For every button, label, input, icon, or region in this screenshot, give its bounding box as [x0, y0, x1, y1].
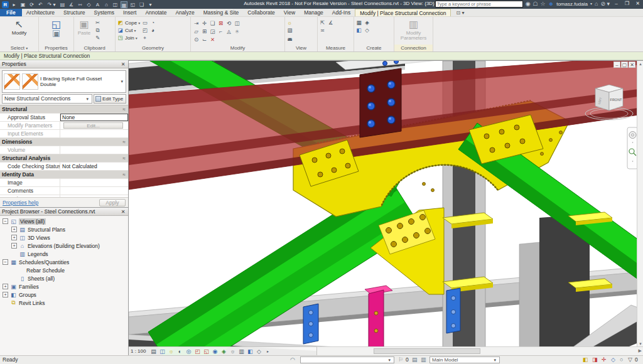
- row-input-elements[interactable]: Input Elements: [0, 130, 128, 138]
- row-comments[interactable]: Comments: [0, 187, 128, 195]
- design-options-select[interactable]: Main Model▾: [430, 356, 500, 363]
- tab-add-ins[interactable]: Add-Ins: [328, 9, 355, 16]
- edit-parameters-button[interactable]: Edit...: [63, 122, 123, 129]
- temporary-view-properties-icon[interactable]: ▥: [237, 348, 245, 355]
- user-dropdown-caret[interactable]: ▾: [590, 1, 592, 8]
- tab-insert[interactable]: Insert: [119, 9, 141, 16]
- instance-selector[interactable]: New Structural Connections ▾: [2, 94, 92, 104]
- tab-annotate[interactable]: Annotate: [141, 9, 171, 16]
- crop-view-icon[interactable]: ◰: [193, 348, 201, 355]
- properties-close-icon[interactable]: ✕: [120, 62, 126, 67]
- tree-item-legends[interactable]: ▥Legends: [3, 250, 128, 258]
- mirror-icon[interactable]: ◫: [233, 19, 241, 28]
- tree-item-3d-views[interactable]: +◫3D Views: [3, 233, 128, 242]
- panel-label-connection[interactable]: Connection: [394, 45, 433, 51]
- modify-parameters-button[interactable]: ▥ Modify Parameters: [399, 18, 428, 41]
- editable-only-icon[interactable]: ⚐: [398, 356, 403, 363]
- minimize-button[interactable]: –: [612, 1, 620, 8]
- blue-end-plate-left[interactable]: [303, 304, 318, 344]
- measure-between-icon[interactable]: ⇱: [319, 19, 326, 26]
- background-processes-icon[interactable]: ✛: [602, 356, 607, 363]
- user-name[interactable]: tomasz.fudala: [556, 1, 588, 8]
- offset-icon[interactable]: ▱: [192, 28, 200, 36]
- split-face-icon[interactable]: ◔: [149, 19, 156, 26]
- tab-modify-place-structural-connection[interactable]: Modify | Place Structural Connection: [355, 9, 451, 16]
- tree-item-schedules[interactable]: −▦Schedules/Quantities: [3, 258, 128, 266]
- move-icon[interactable]: ✛: [200, 19, 208, 28]
- scale-control[interactable]: 1 : 100: [131, 348, 146, 354]
- row-approval-status[interactable]: Approval StatusNone: [0, 114, 128, 122]
- row-volume[interactable]: Volume: [0, 146, 128, 154]
- rendering-icon[interactable]: ◎: [185, 348, 192, 355]
- help-icon[interactable]: ⊘ ▾: [600, 1, 610, 8]
- drawing-area[interactable]: FRONT LEFT – ▢ ✕ ▲ ▼: [129, 60, 643, 355]
- horizontal-scrollbar[interactable]: ▶: [317, 346, 643, 355]
- print-icon[interactable]: ▤: [59, 1, 66, 8]
- design-options-icon[interactable]: ▤: [412, 356, 418, 363]
- panel-label-select[interactable]: Select ▾: [0, 45, 38, 51]
- properties-help-link[interactable]: Properties help: [3, 200, 38, 206]
- analytical-model-icon[interactable]: ◧: [246, 348, 254, 355]
- undo-icon[interactable]: ↶ ▾: [37, 1, 44, 8]
- tree-item-structural-plans[interactable]: +▤Structural Plans: [3, 225, 128, 233]
- type-properties-icon[interactable]: ▦: [53, 30, 60, 37]
- tree-item-views[interactable]: −◱Views (all): [3, 217, 128, 225]
- vertical-scrollbar[interactable]: ▲ ▼: [637, 61, 643, 347]
- match-type-icon[interactable]: ✎: [94, 35, 101, 41]
- shadows-icon[interactable]: ◐: [176, 348, 183, 355]
- favorites-star-icon[interactable]: ☆: [541, 1, 546, 8]
- sun-path-icon[interactable]: ☼: [167, 348, 175, 355]
- create-parts-icon[interactable]: ◇: [364, 27, 370, 34]
- create-similar-icon[interactable]: ◈: [364, 19, 370, 26]
- section-identity-data[interactable]: Identity Data≈: [0, 171, 128, 179]
- close-button[interactable]: ✕: [634, 1, 642, 8]
- displacement-sets-icon[interactable]: ◇: [255, 348, 262, 355]
- tag-icon[interactable]: ◇: [85, 1, 92, 8]
- exclude-options-icon[interactable]: ◧: [583, 356, 588, 363]
- copy-icon[interactable]: ❏: [208, 19, 217, 28]
- section-icon[interactable]: ◫: [112, 1, 119, 8]
- measure-icon[interactable]: ∡: [68, 1, 75, 8]
- linework-icon[interactable]: ◛: [286, 35, 293, 41]
- demolish-icon[interactable]: ⌖: [141, 35, 148, 41]
- project-browser-close-icon[interactable]: ✕: [120, 209, 126, 215]
- panel-label-modify[interactable]: Modify: [191, 45, 284, 51]
- select-pinned-icon[interactable]: ○: [620, 356, 623, 363]
- delete-icon-top[interactable]: ⊠: [217, 19, 225, 28]
- project-browser-header[interactable]: Project Browser - Steel Connections.rvt …: [0, 208, 128, 216]
- design-options-icon-2[interactable]: ▥: [421, 356, 426, 363]
- paint-icon[interactable]: ◕: [149, 27, 156, 34]
- modify-panel-toggle-icon[interactable]: ⊡ ▾: [453, 9, 467, 16]
- panel-label-geometry[interactable]: Geometry: [116, 45, 190, 51]
- close-hidden-icon[interactable]: ◱: [129, 1, 136, 8]
- select-links-icon[interactable]: ◇: [611, 356, 615, 363]
- search-input[interactable]: [435, 1, 523, 8]
- thin-lines-icon[interactable]: ▦: [121, 1, 127, 8]
- modify-tool-button[interactable]: ↖ Modify: [6, 18, 33, 36]
- delete-icon[interactable]: ✕: [208, 36, 217, 44]
- override-graphics-icon[interactable]: ▨: [286, 27, 293, 34]
- tree-item-elevations[interactable]: +⌂Elevations (Building Elevation): [3, 242, 128, 250]
- split-icon[interactable]: ◬: [225, 28, 233, 36]
- unpin-icon[interactable]: ⊙: [192, 36, 200, 44]
- join-geometry-button[interactable]: ◳Join▾: [117, 35, 140, 41]
- paste-button[interactable]: ▣ Paste: [75, 18, 93, 36]
- blue-plate-on-column[interactable]: [446, 288, 460, 333]
- copy-to-clipboard-icon[interactable]: ⧉: [94, 27, 101, 34]
- view-minimize-button[interactable]: –: [613, 62, 620, 68]
- worksharing-icon[interactable]: ◠: [290, 356, 295, 363]
- tab-architecture[interactable]: Architecture: [22, 9, 59, 16]
- switch-windows-icon[interactable]: ❏ ▾: [138, 1, 145, 8]
- active-workset-select[interactable]: ▾: [300, 356, 394, 363]
- scroll-up-arrow[interactable]: ▲: [637, 61, 643, 67]
- panel-label-properties[interactable]: Properties: [39, 45, 73, 51]
- revit-logo-icon[interactable]: R: [2, 1, 9, 8]
- redo-icon[interactable]: ↷ ▾: [46, 1, 57, 8]
- save-icon[interactable]: ▣: [19, 1, 26, 8]
- array-icon[interactable]: ⊞: [200, 28, 208, 36]
- type-selector-caret[interactable]: ▾: [121, 79, 124, 84]
- filter-icon[interactable]: ▽: [628, 356, 632, 363]
- row-image[interactable]: Image: [0, 179, 128, 187]
- pin-icon[interactable]: ⍟: [233, 28, 241, 36]
- beam-wall-join-icon[interactable]: ▭: [141, 19, 148, 26]
